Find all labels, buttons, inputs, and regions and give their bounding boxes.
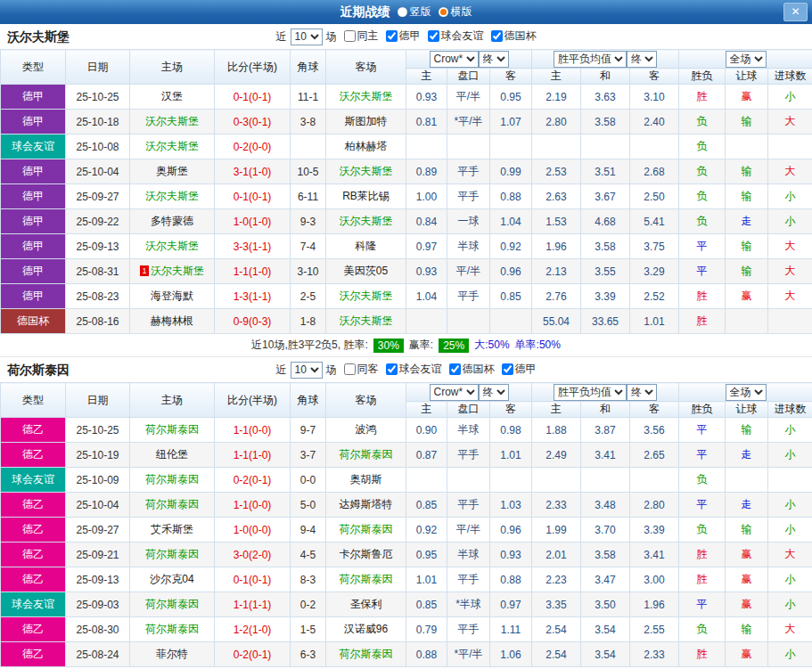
away-team[interactable]: 荷尔斯泰因 [326, 567, 406, 592]
match-score[interactable]: 0-2(0-1) [215, 642, 291, 667]
filter-checkbox-input[interactable] [491, 30, 503, 42]
euro-away-odds: 5.41 [630, 209, 679, 234]
home-team[interactable]: 赫梅林根 [130, 309, 215, 334]
away-team[interactable]: 波鸿 [326, 418, 406, 443]
euro-avg-select[interactable]: 胜平负均值 [554, 384, 627, 401]
match-score[interactable]: 1-0(0-0) [215, 518, 291, 543]
home-team[interactable]: 多特蒙德 [130, 209, 215, 234]
match-score[interactable]: 3-3(1-1) [215, 234, 291, 259]
match-score[interactable]: 1-1(0-0) [215, 418, 291, 443]
radio-vertical[interactable] [398, 7, 407, 17]
away-team[interactable]: 沃尔夫斯堡 [326, 159, 406, 184]
match-score[interactable]: 1-1(1-0) [215, 259, 291, 284]
filter-checkbox[interactable]: 同主 [344, 29, 379, 44]
home-team[interactable]: 纽伦堡 [130, 443, 215, 468]
match-score[interactable]: 1-1(1-0) [215, 443, 291, 468]
match-score[interactable]: 0-3(0-1) [215, 110, 291, 135]
home-team[interactable]: 汉堡 [130, 85, 215, 110]
handicap-result-indicator: 输 [726, 617, 768, 642]
match-score[interactable]: 0-1(0-1) [215, 85, 291, 110]
filter-checkbox[interactable]: 德甲 [502, 362, 537, 377]
home-team[interactable]: 沃尔夫斯堡 [130, 110, 215, 135]
match-score[interactable]: 0-9(0-3) [215, 309, 291, 334]
match-score[interactable]: 0-1(0-1) [215, 567, 291, 592]
away-team[interactable]: 奥胡斯 [326, 468, 406, 493]
home-team[interactable]: 沃尔夫斯堡 [130, 184, 215, 209]
filter-checkbox-input[interactable] [449, 363, 461, 375]
home-team[interactable]: 荷尔斯泰因 [130, 617, 215, 642]
away-team[interactable]: 科隆 [326, 234, 406, 259]
recent-count-select[interactable]: 10 [291, 29, 323, 45]
filter-checkbox-input[interactable] [344, 30, 356, 42]
filter-checkbox[interactable]: 德国杯 [449, 362, 495, 377]
match-score[interactable]: 3-1(1-0) [215, 159, 291, 184]
col-asian-handicap: 盘口 [447, 402, 490, 418]
match-score[interactable]: 0-2(0-1) [215, 468, 291, 493]
match-score[interactable]: 3-0(2-0) [215, 543, 291, 567]
away-team[interactable]: 柏林赫塔 [326, 135, 406, 159]
home-team[interactable]: 沙尔克04 [130, 567, 215, 592]
recent-count-select[interactable]: 10 [291, 362, 323, 379]
away-team[interactable]: 圣保利 [326, 592, 406, 617]
away-team[interactable]: 沃尔夫斯堡 [326, 85, 406, 110]
home-team[interactable]: 荷尔斯泰因 [130, 493, 215, 518]
home-team[interactable]: 荷尔斯泰因 [130, 543, 215, 567]
filter-checkbox-input[interactable] [386, 30, 398, 42]
close-button[interactable]: ✕ [783, 3, 808, 21]
filter-checkbox-input[interactable] [502, 363, 513, 375]
home-team[interactable]: 沃尔夫斯堡 [130, 135, 215, 159]
away-team[interactable]: 沃尔夫斯堡 [326, 209, 406, 234]
euro-final-select[interactable]: 终 [627, 384, 657, 401]
euro-draw-odds: 3.54 [581, 642, 630, 667]
home-team[interactable]: 菲尔特 [130, 642, 215, 667]
filter-checkbox[interactable]: 同客 [344, 362, 379, 377]
away-team[interactable]: 荷尔斯泰因 [326, 642, 406, 667]
filter-checkbox[interactable]: 球会友谊 [386, 362, 442, 377]
bookmaker-select[interactable]: Crow* [430, 51, 479, 68]
radio-horizontal-label[interactable]: 横版 [451, 4, 472, 20]
away-team[interactable]: 达姆斯塔特 [326, 493, 406, 518]
match-score[interactable]: 1-1(1-1) [215, 592, 291, 617]
home-team[interactable]: 奥斯堡 [130, 159, 215, 184]
home-team[interactable]: 荷尔斯泰因 [130, 592, 215, 617]
filter-checkbox-input[interactable] [428, 30, 439, 42]
away-team[interactable]: 沃尔夫斯堡 [326, 309, 406, 334]
filter-checkbox[interactable]: 球会友谊 [428, 29, 484, 44]
home-team[interactable]: 1沃尔夫斯堡 [130, 259, 215, 284]
home-team[interactable]: 艾禾斯堡 [130, 518, 215, 543]
radio-vertical-label[interactable]: 竖版 [410, 4, 431, 20]
match-score[interactable]: 1-0(1-0) [215, 209, 291, 234]
away-team[interactable]: 汉诺威96 [326, 617, 406, 642]
home-team[interactable]: 荷尔斯泰因 [130, 418, 215, 443]
filter-checkbox-input[interactable] [344, 363, 356, 375]
scope-select[interactable]: 全场 [726, 51, 767, 68]
league-badge: 德乙 [1, 642, 66, 667]
away-team[interactable]: 斯图加特 [326, 110, 406, 135]
away-team[interactable]: 荷尔斯泰因 [326, 518, 406, 543]
match-score[interactable]: 1-3(1-1) [215, 284, 291, 309]
filter-bar: 沃尔夫斯堡 近 10 场 同主德甲球会友谊德国杯 [0, 24, 812, 49]
away-team[interactable]: 美因茨05 [326, 259, 406, 284]
radio-horizontal[interactable] [439, 7, 448, 17]
away-team[interactable]: 沃尔夫斯堡 [326, 284, 406, 309]
away-team[interactable]: 卡尔斯鲁厄 [326, 543, 406, 567]
euro-final-select[interactable]: 终 [627, 51, 657, 68]
away-team[interactable]: RB莱比锡 [326, 184, 406, 209]
match-score[interactable]: 0-2(0-0) [215, 135, 291, 159]
filter-checkbox-input[interactable] [386, 363, 398, 375]
match-score[interactable]: 1-2(1-0) [215, 617, 291, 642]
home-team[interactable]: 海登海默 [130, 284, 215, 309]
match-score[interactable]: 0-1(0-1) [215, 184, 291, 209]
filter-checkbox[interactable]: 德甲 [386, 29, 421, 44]
away-team[interactable]: 荷尔斯泰因 [326, 443, 406, 468]
home-team[interactable]: 荷尔斯泰因 [130, 468, 215, 493]
bookmaker-select[interactable]: Crow* [430, 384, 479, 401]
euro-away-odds: 3.41 [630, 543, 679, 567]
filter-checkbox[interactable]: 德国杯 [491, 29, 537, 44]
asian-final-select[interactable]: 终 [479, 51, 509, 68]
euro-avg-select[interactable]: 胜平负均值 [554, 51, 627, 68]
scope-select[interactable]: 全场 [726, 384, 767, 401]
match-score[interactable]: 1-1(0-0) [215, 493, 291, 518]
asian-final-select[interactable]: 终 [479, 384, 509, 401]
home-team[interactable]: 沃尔夫斯堡 [130, 234, 215, 259]
